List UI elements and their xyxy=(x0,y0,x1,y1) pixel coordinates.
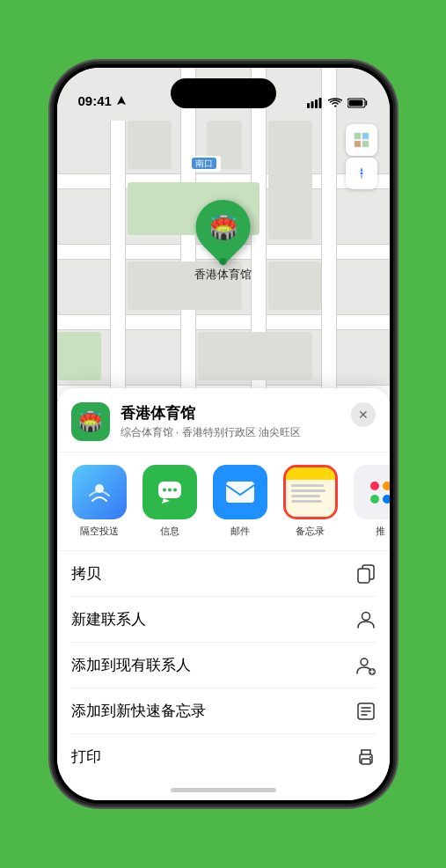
share-row: 隔空投送 信息 xyxy=(57,452,390,551)
svg-point-19 xyxy=(362,612,369,620)
home-bar xyxy=(171,788,276,792)
message-label: 信息 xyxy=(160,525,179,538)
action-print[interactable]: 打印 xyxy=(71,734,376,779)
map-type-button[interactable] xyxy=(346,124,377,156)
signal-icon xyxy=(307,98,323,108)
action-list: 拷贝 新建联系人 添加到现有联系人 xyxy=(57,551,390,779)
sheet-header: 🏟️ 香港体育馆 综合体育馆 · 香港特别行政区 油尖旺区 ✕ xyxy=(57,388,390,452)
battery-icon xyxy=(347,98,369,108)
notes-icon-bg xyxy=(283,465,338,519)
airdrop-label: 隔空投送 xyxy=(80,525,119,538)
status-icons xyxy=(307,98,369,110)
svg-rect-6 xyxy=(355,133,361,139)
svg-rect-18 xyxy=(358,569,369,583)
status-time: 09:41 xyxy=(78,93,112,110)
mail-label: 邮件 xyxy=(230,525,250,538)
home-indicator xyxy=(57,779,390,800)
copy-text: 拷贝 xyxy=(71,563,101,584)
new-contact-text: 新建联系人 xyxy=(71,609,146,629)
phone-screen: 09:41 xyxy=(57,68,390,800)
svg-point-25 xyxy=(369,756,371,758)
svg-rect-8 xyxy=(355,141,361,147)
svg-rect-2 xyxy=(315,99,318,108)
svg-rect-9 xyxy=(362,141,369,147)
action-add-notes[interactable]: 添加到新快速备忘录 xyxy=(71,688,376,734)
pin-label: 香港体育馆 xyxy=(194,267,252,283)
svg-rect-0 xyxy=(307,103,310,108)
add-notes-text: 添加到新快速备忘录 xyxy=(71,701,206,721)
airdrop-icon xyxy=(72,465,127,519)
svg-point-14 xyxy=(168,489,172,492)
wifi-icon xyxy=(328,98,342,108)
share-item-message[interactable]: 信息 xyxy=(142,465,198,538)
venue-name: 香港体育馆 xyxy=(121,403,376,423)
add-existing-text: 添加到现有联系人 xyxy=(71,655,191,675)
action-add-existing[interactable]: 添加到现有联系人 xyxy=(71,643,376,688)
compass-icon xyxy=(354,166,369,181)
more-icon-bg xyxy=(354,465,390,519)
share-item-more[interactable]: 推 xyxy=(353,465,390,538)
svg-rect-1 xyxy=(311,101,313,108)
printer-icon xyxy=(356,747,376,767)
print-text: 打印 xyxy=(71,747,101,767)
phone-frame: 09:41 xyxy=(52,63,395,805)
dynamic-island xyxy=(171,78,276,108)
svg-rect-16 xyxy=(226,482,254,503)
share-item-mail[interactable]: 邮件 xyxy=(212,465,268,538)
bottom-sheet: 🏟️ 香港体育馆 综合体育馆 · 香港特别行政区 油尖旺区 ✕ xyxy=(57,388,390,800)
svg-point-20 xyxy=(361,658,368,666)
svg-point-13 xyxy=(163,489,166,492)
location-button[interactable] xyxy=(346,158,377,189)
action-new-contact[interactable]: 新建联系人 xyxy=(71,597,376,643)
message-icon-bg xyxy=(143,465,197,519)
map-controls xyxy=(346,124,377,189)
venue-icon: 🏟️ xyxy=(71,402,110,441)
venue-sub: 综合体育馆 · 香港特别行政区 油尖旺区 xyxy=(121,425,376,440)
action-copy[interactable]: 拷贝 xyxy=(71,551,376,597)
copy-icon xyxy=(356,564,376,584)
notes-label: 备忘录 xyxy=(296,525,325,538)
close-button[interactable]: ✕ xyxy=(351,402,376,427)
svg-rect-3 xyxy=(318,98,321,108)
share-item-airdrop[interactable]: 隔空投送 xyxy=(71,465,128,538)
location-arrow-icon xyxy=(117,96,126,107)
person-icon xyxy=(356,610,376,629)
person-add-icon xyxy=(356,656,376,675)
venue-info: 香港体育馆 综合体育馆 · 香港特别行政区 油尖旺区 xyxy=(121,403,376,440)
svg-point-15 xyxy=(173,489,177,492)
svg-rect-7 xyxy=(362,133,369,139)
more-label: 推 xyxy=(376,525,385,538)
svg-rect-5 xyxy=(348,100,362,107)
mail-icon-bg xyxy=(213,465,267,519)
mail-envelope-icon xyxy=(224,480,256,504)
map-north-label: 南口 xyxy=(187,156,221,172)
location-pin: 🏟️ 香港体育馆 xyxy=(194,200,252,283)
message-bubble-icon xyxy=(155,477,185,507)
note-icon xyxy=(356,702,376,721)
share-item-notes[interactable]: 备忘录 xyxy=(282,465,339,538)
svg-point-10 xyxy=(360,172,363,175)
svg-rect-24 xyxy=(362,759,370,764)
